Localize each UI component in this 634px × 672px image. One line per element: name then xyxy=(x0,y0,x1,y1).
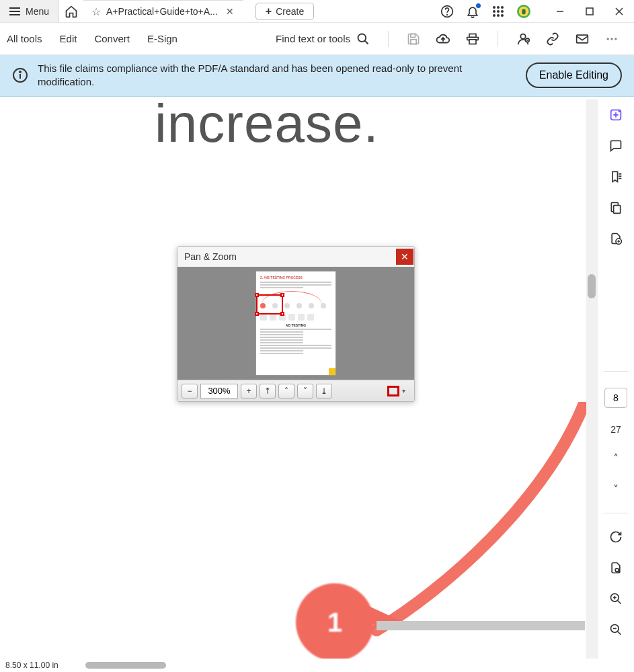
star-icon[interactable]: ☆ xyxy=(91,5,101,18)
esign-button[interactable]: E-Sign xyxy=(147,33,177,44)
svg-point-27 xyxy=(607,38,609,40)
svg-point-10 xyxy=(501,14,504,17)
tab-close-button[interactable]: ✕ xyxy=(223,6,237,17)
search-button[interactable] xyxy=(356,32,370,46)
document-tab[interactable]: ☆ A+Practical+Guide+to+A... ✕ xyxy=(83,0,243,22)
print-icon xyxy=(466,32,479,46)
total-pages-label: 27 xyxy=(610,424,621,435)
next-page-button[interactable]: ˅ xyxy=(297,384,313,398)
zoom-in-button[interactable]: + xyxy=(241,384,257,398)
pdfa-banner: This file claims compliance with the PDF… xyxy=(0,55,634,97)
zoom-level-input[interactable] xyxy=(200,384,238,398)
convert-button[interactable]: Convert xyxy=(94,33,130,44)
edit-button[interactable]: Edit xyxy=(60,33,77,44)
info-icon xyxy=(12,67,28,83)
create-button[interactable]: + Create xyxy=(255,3,314,20)
minimize-icon xyxy=(556,7,564,15)
zoom-out-icon xyxy=(609,623,623,636)
menu-button[interactable]: Menu xyxy=(0,0,59,22)
save-button[interactable] xyxy=(406,32,421,46)
separator xyxy=(498,31,498,47)
export-button[interactable] xyxy=(608,231,623,246)
separator xyxy=(388,31,389,47)
copy-button[interactable] xyxy=(608,200,623,215)
svg-point-40 xyxy=(615,569,619,572)
maximize-button[interactable] xyxy=(575,0,604,23)
copy-icon xyxy=(609,201,623,214)
chevron-up-icon: ˄ xyxy=(613,452,619,465)
all-tools-button[interactable]: All tools xyxy=(7,33,42,44)
pan-zoom-viewport-rect[interactable] xyxy=(256,294,283,314)
banner-text: This file claims compliance with the PDF… xyxy=(38,62,516,89)
page-down-button[interactable]: ˅ xyxy=(608,482,623,497)
menu-label: Menu xyxy=(26,6,49,17)
maximize-icon xyxy=(586,7,594,15)
svg-point-1 xyxy=(447,14,448,15)
comments-button[interactable] xyxy=(608,138,623,153)
print-button[interactable] xyxy=(465,32,480,46)
pan-zoom-window[interactable]: Pan & Zoom ✕ 2. A/B TESTING PROCESS AB T… xyxy=(177,246,415,402)
snapshot-button[interactable] xyxy=(387,386,399,396)
pan-zoom-close-button[interactable]: ✕ xyxy=(396,249,413,265)
current-page-input[interactable]: 8 xyxy=(604,388,627,408)
svg-rect-21 xyxy=(411,39,416,44)
vertical-scrollbar[interactable] xyxy=(586,99,597,659)
svg-line-47 xyxy=(618,632,621,635)
enable-editing-button[interactable]: Enable Editing xyxy=(526,62,622,88)
pan-zoom-titlebar[interactable]: Pan & Zoom ✕ xyxy=(177,247,414,267)
bookmarks-button[interactable] xyxy=(608,169,623,184)
rotate-button[interactable] xyxy=(608,530,623,544)
page-dimensions-label: 8.50 x 11.00 in xyxy=(5,661,58,670)
zoom-in-rail-button[interactable] xyxy=(608,591,623,606)
zoom-out-rail-button[interactable] xyxy=(608,622,623,637)
email-button[interactable] xyxy=(575,32,590,46)
svg-point-8 xyxy=(493,14,496,17)
chevron-down-icon: ˅ xyxy=(303,386,307,396)
close-window-button[interactable] xyxy=(604,0,634,23)
last-page-button[interactable]: ⤓ xyxy=(316,384,332,398)
prev-page-button[interactable]: ˄ xyxy=(278,384,294,398)
account-button[interactable] xyxy=(517,5,530,18)
help-button[interactable] xyxy=(440,5,454,18)
document-viewport[interactable]: increase. 1 Pan & Zoom ✕ 2. A/B TESTING … xyxy=(0,99,597,659)
home-icon xyxy=(65,5,78,18)
comment-icon xyxy=(609,139,623,153)
more-button[interactable] xyxy=(604,32,619,46)
document-text-fragment: increase. xyxy=(155,99,379,155)
scrollbar-thumb[interactable] xyxy=(588,274,596,298)
titlebar: Menu ☆ A+Practical+Guide+to+A... ✕ + Cre… xyxy=(0,0,634,23)
apps-button[interactable] xyxy=(491,5,505,18)
horizontal-scrollbar-thumb[interactable] xyxy=(85,662,166,669)
ai-assistant-button[interactable] xyxy=(608,108,623,122)
find-in-page-button[interactable] xyxy=(608,560,623,575)
minimize-button[interactable] xyxy=(545,0,575,23)
svg-point-29 xyxy=(615,38,617,40)
find-label: Find text or tools xyxy=(276,33,350,44)
cloud-upload-button[interactable] xyxy=(436,32,450,46)
plus-icon: + xyxy=(266,5,272,17)
home-button[interactable] xyxy=(59,5,83,18)
svg-rect-20 xyxy=(411,34,415,37)
page-search-icon xyxy=(609,561,623,575)
zoom-out-button[interactable]: − xyxy=(182,384,198,398)
plus-icon: + xyxy=(246,386,251,396)
svg-rect-26 xyxy=(577,35,588,43)
email-icon xyxy=(576,32,589,46)
pan-zoom-preview[interactable]: 2. A/B TESTING PROCESS AB TESTING xyxy=(177,267,414,380)
notifications-button[interactable] xyxy=(466,5,479,18)
rotate-icon xyxy=(609,530,623,544)
svg-point-6 xyxy=(497,10,500,13)
first-page-icon: ⤒ xyxy=(264,386,271,396)
document-bar-graphic xyxy=(377,621,585,630)
main-area: increase. 1 Pan & Zoom ✕ 2. A/B TESTING … xyxy=(0,99,634,659)
document-step-circle: 1 xyxy=(296,583,374,659)
page-up-button[interactable]: ˄ xyxy=(608,451,623,466)
link-button[interactable] xyxy=(545,32,560,46)
first-page-button[interactable]: ⤒ xyxy=(260,384,276,398)
svg-point-28 xyxy=(610,38,612,40)
right-panel: 8 27 ˄ ˅ xyxy=(597,99,634,659)
close-icon xyxy=(615,7,623,15)
document-arrow-graphic xyxy=(343,402,592,659)
share-button[interactable] xyxy=(516,32,530,46)
snapshot-dropdown[interactable]: ▾ xyxy=(402,387,410,394)
